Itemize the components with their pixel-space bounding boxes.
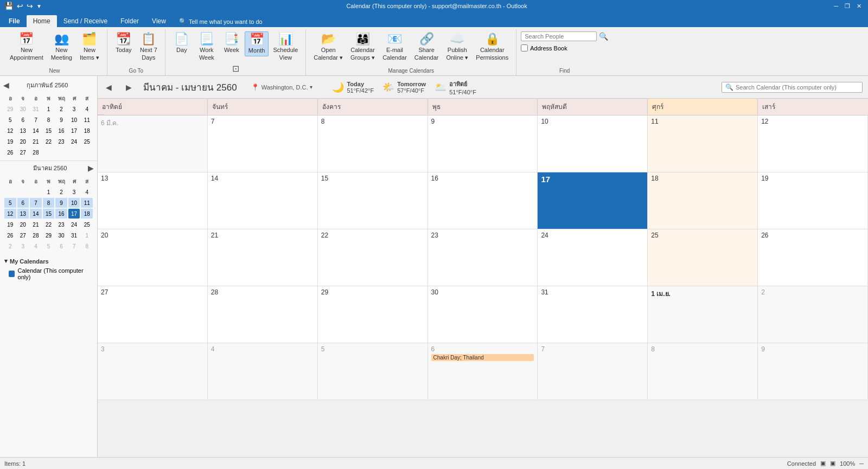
mini-cal-day[interactable]: 1 xyxy=(43,187,55,197)
cal-cell-mar17-today[interactable]: 17 xyxy=(538,172,648,229)
mini-cal-day[interactable]: 3 xyxy=(68,104,80,114)
redo-qa-btn[interactable]: ↪ xyxy=(27,2,33,10)
mini-cal-day[interactable]: 2 xyxy=(4,241,16,251)
mini-cal-day[interactable]: 13 xyxy=(17,209,29,219)
today-btn[interactable]: 📆 Today xyxy=(112,31,136,55)
day-btn[interactable]: 📄 Day xyxy=(170,31,194,55)
cal-cell-mar15[interactable]: 15 xyxy=(318,172,428,229)
cal-cell-mar20[interactable]: 20 xyxy=(98,229,208,286)
mini-cal-day[interactable]: 18 xyxy=(81,209,93,219)
cal-cell-mar12[interactable]: 12 xyxy=(758,115,868,172)
arrange-expand-icon[interactable]: ⊡ xyxy=(232,63,239,74)
cal-cell-apr5[interactable]: 5 xyxy=(318,343,428,400)
mini-cal-day[interactable]: 16 xyxy=(55,209,67,219)
cal-cell-apr4[interactable]: 4 xyxy=(208,343,318,400)
mini-cal-day[interactable]: 7 xyxy=(30,198,42,208)
mini-cal-day[interactable]: 15 xyxy=(43,209,55,219)
schedule-view-btn[interactable]: 📊 ScheduleView xyxy=(270,31,301,63)
close-btn[interactable]: ✕ xyxy=(854,3,864,10)
mini-cal-day[interactable]: 19 xyxy=(4,220,16,229)
week-btn[interactable]: 📑 Week xyxy=(220,31,244,55)
mini-cal-day[interactable]: 28 xyxy=(30,147,42,157)
work-week-btn[interactable]: 📃 WorkWeek xyxy=(195,31,219,63)
mini-cal-day[interactable]: 3 xyxy=(68,187,80,197)
mini-cal-day[interactable]: 29 xyxy=(43,230,55,240)
mini-cal-day[interactable]: 31 xyxy=(30,104,42,114)
chakri-day-event[interactable]: Chakri Day; Thailand xyxy=(431,354,534,361)
mini-cal-day[interactable]: 5 xyxy=(4,115,16,125)
mini-cal-day[interactable]: 12 xyxy=(4,209,16,219)
mini-cal-day[interactable]: 4 xyxy=(81,104,93,114)
cal-cell-mar8[interactable]: 8 xyxy=(318,115,428,172)
mini-cal-day[interactable]: 6 xyxy=(17,198,29,208)
mini-cal-prev-btn[interactable]: ◀ xyxy=(3,81,9,89)
restore-btn[interactable]: ❐ xyxy=(843,3,852,10)
cal-cell-mar19[interactable]: 19 xyxy=(758,172,868,229)
mini-cal-day[interactable]: 25 xyxy=(81,220,93,229)
mini-cal-day[interactable]: 21 xyxy=(30,220,42,229)
cal-cell-mar13[interactable]: 13 xyxy=(98,172,208,229)
search-people-input[interactable] xyxy=(521,31,597,41)
cal-cell-apr8[interactable]: 8 xyxy=(648,343,758,400)
mini-cal-day[interactable]: 22 xyxy=(43,220,55,229)
mini-cal-day[interactable]: 26 xyxy=(4,147,16,157)
mini-cal-day[interactable]: 5 xyxy=(43,241,55,251)
mini-cal-day[interactable]: 21 xyxy=(30,137,42,146)
tab-view[interactable]: View xyxy=(145,15,173,27)
cal-cell-mar30[interactable]: 30 xyxy=(428,286,538,343)
share-calendar-btn[interactable]: 🔗 ShareCalendar xyxy=(411,31,442,63)
mini-cal-next-btn[interactable]: ▶ xyxy=(88,164,94,172)
mini-cal-day[interactable]: 17 xyxy=(68,209,80,219)
mini-cal-day[interactable]: 8 xyxy=(81,241,93,251)
mini-cal-day[interactable]: 6 xyxy=(17,115,29,125)
cal-cell-apr2[interactable]: 2 xyxy=(758,286,868,343)
next7days-btn[interactable]: 📋 Next 7Days xyxy=(137,31,161,63)
cal-cell-mar28[interactable]: 28 xyxy=(208,286,318,343)
tab-folder[interactable]: Folder xyxy=(114,15,145,27)
mini-cal-day[interactable]: 9 xyxy=(55,115,67,125)
cal-cell-apr3[interactable]: 3 xyxy=(98,343,208,400)
cal-cell-mar9[interactable]: 9 xyxy=(428,115,538,172)
location-dropdown-icon[interactable]: ▾ xyxy=(310,84,312,90)
mini-cal-day[interactable]: 30 xyxy=(17,104,29,114)
mini-cal-day[interactable]: 16 xyxy=(55,126,67,136)
cal-cell-mar26[interactable]: 26 xyxy=(758,229,868,286)
mini-cal-day[interactable]: 13 xyxy=(17,126,29,136)
calendar-permissions-btn[interactable]: 🔒 CalendarPermissions xyxy=(473,31,512,63)
cal-cell-mar25[interactable]: 25 xyxy=(648,229,758,286)
mini-cal-day[interactable]: 12 xyxy=(4,126,16,136)
mini-cal-day[interactable]: 2 xyxy=(55,104,67,114)
cal-cell-apr9[interactable]: 9 xyxy=(758,343,868,400)
mini-cal-day[interactable]: 19 xyxy=(4,137,16,146)
cal-cell-mar18[interactable]: 18 xyxy=(648,172,758,229)
search-people-icon[interactable]: 🔍 xyxy=(599,32,608,41)
cal-next-btn[interactable]: ▶ xyxy=(123,82,135,93)
mini-cal-day[interactable]: 27 xyxy=(17,147,29,157)
mini-cal-day[interactable]: 28 xyxy=(30,230,42,240)
cal-cell-mar6[interactable]: 6 มี.ค. xyxy=(98,115,208,172)
mini-cal-day[interactable]: 7 xyxy=(30,115,42,125)
mini-cal-day[interactable]: 22 xyxy=(43,137,55,146)
mini-cal-day[interactable]: 4 xyxy=(30,241,42,251)
cal-cell-mar21[interactable]: 21 xyxy=(208,229,318,286)
mini-cal-day[interactable]: 26 xyxy=(4,230,16,240)
cal-cell-mar27[interactable]: 27 xyxy=(98,286,208,343)
cal-cell-apr1[interactable]: 1 เม.ย. xyxy=(648,286,758,343)
tab-file[interactable]: File xyxy=(2,15,27,27)
status-zoom-icon[interactable]: ─ xyxy=(859,460,864,467)
cal-search-input[interactable] xyxy=(736,84,859,91)
cal-cell-apr6[interactable]: 6 Chakri Day; Thailand xyxy=(428,343,538,400)
mini-cal-day[interactable]: 18 xyxy=(81,126,93,136)
tab-tell-me[interactable]: 🔍 Tell me what you want to do xyxy=(173,16,269,27)
mini-cal-day[interactable]: 24 xyxy=(68,220,80,229)
mini-cal-day[interactable]: 4 xyxy=(81,187,93,197)
customize-qa-btn[interactable]: ▼ xyxy=(36,3,42,9)
cal-cell-mar10[interactable]: 10 xyxy=(538,115,648,172)
mini-cal-day[interactable]: 11 xyxy=(81,198,93,208)
mini-cal-day[interactable]: 14 xyxy=(30,126,42,136)
new-items-btn[interactable]: 🗂️ NewItems ▾ xyxy=(76,31,103,63)
mini-cal-day[interactable]: 1 xyxy=(43,104,55,114)
my-calendars-expand-icon[interactable]: ▾ xyxy=(4,258,8,265)
mini-cal-day[interactable]: 10 xyxy=(68,115,80,125)
mini-cal-day[interactable]: 6 xyxy=(55,241,67,251)
